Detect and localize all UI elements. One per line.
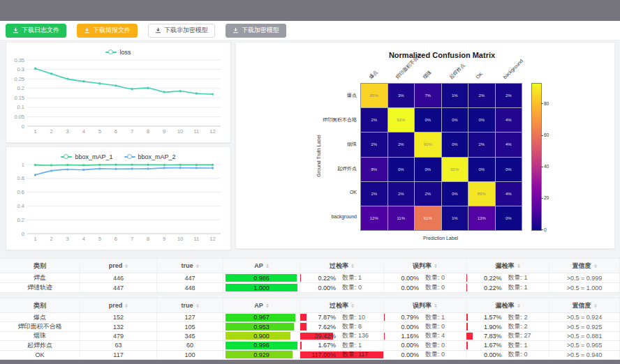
column-header-误判率[interactable]: 误判率 — [384, 298, 466, 312]
miss-rate-cell: 0.22%数量: 1 — [466, 283, 549, 292]
download-encrypted-model-button[interactable]: 下载加密模型 — [226, 24, 286, 38]
colorbar-tick-mark — [541, 135, 543, 136]
pred-cell: 132 — [80, 322, 157, 331]
misjudge-rate-cell: 0.00%数量: 0 — [384, 341, 466, 349]
matrix-cell: 1% — [442, 84, 468, 107]
legend-item-loss[interactable]: loss — [105, 49, 131, 56]
matrix-column-label: 爆点 — [368, 69, 379, 80]
svg-text:2: 2 — [50, 128, 53, 135]
matrix-cell: 12% — [361, 206, 388, 230]
matrix-cell: 85% — [361, 84, 388, 107]
svg-text:4: 4 — [82, 128, 85, 135]
miss-rate-cell: 1.90%数量: 2 — [466, 322, 549, 331]
legend-item-bbox_mAP_1[interactable]: bbox_mAP_1 — [61, 153, 112, 160]
ap-bar: 1.000 — [226, 284, 297, 291]
matrix-cell: 2% — [468, 132, 495, 156]
matrix-cell: 0% — [442, 182, 468, 206]
svg-text:3: 3 — [66, 236, 69, 242]
confidence-cell: >0.5 = 1.000 — [549, 283, 620, 292]
sort-icon[interactable] — [196, 303, 199, 309]
matrix-cell: 0% — [496, 206, 522, 230]
column-header-置信度[interactable]: 置信度 — [549, 298, 620, 312]
sort-icon[interactable] — [594, 263, 597, 269]
ap-cell: 0.967 — [223, 313, 300, 321]
ap-cell: 0.929 — [223, 351, 300, 359]
matrix-column-label: 起焊炸点 — [448, 63, 466, 80]
true-cell: 105 — [157, 322, 223, 331]
svg-text:9: 9 — [163, 236, 165, 242]
column-header-过检率[interactable]: 过检率 — [300, 259, 384, 273]
download-log-button[interactable]: 下载日志文件 — [6, 24, 66, 38]
svg-text:3: 3 — [66, 128, 69, 135]
sort-icon[interactable] — [196, 263, 199, 269]
matrix-column-label: OK — [475, 71, 485, 80]
column-header-pred[interactable]: pred — [80, 298, 157, 312]
column-header-过检率[interactable]: 过检率 — [300, 298, 384, 312]
svg-text:1: 1 — [34, 128, 36, 135]
svg-text:8: 8 — [147, 236, 149, 242]
sort-icon[interactable] — [125, 303, 128, 309]
metrics-tables: 类别predtrueAP过检率误判率漏检率置信度焊盘4464470.9860.2… — [0, 254, 620, 360]
matrix-cell: 0% — [442, 108, 468, 132]
matrix-cell: 2% — [415, 182, 441, 206]
column-header-AP[interactable]: AP — [223, 259, 300, 273]
column-header-置信度[interactable]: 置信度 — [549, 259, 620, 273]
overdetect-rate-cell: 0.22%数量: 1 — [300, 273, 384, 282]
pred-cell: 152 — [80, 313, 157, 321]
sort-icon[interactable] — [517, 263, 520, 269]
confusion-matrix-panel: Normalized Confusion Matrix 爆点焊印面积不合格烟珠起… — [235, 42, 615, 249]
column-header-true[interactable]: true — [157, 298, 223, 312]
sort-icon[interactable] — [266, 303, 269, 309]
column-header-AP[interactable]: AP — [223, 298, 300, 312]
sort-icon[interactable] — [434, 263, 437, 269]
column-header-pred[interactable]: pred — [80, 259, 157, 273]
confidence-cell: >0.5 = 0.999 — [549, 273, 620, 282]
column-header-误判率[interactable]: 误判率 — [384, 259, 466, 273]
svg-text:11: 11 — [193, 236, 199, 242]
colorbar-tick-mark — [541, 229, 543, 230]
download-unencrypted-model-button[interactable]: 下载非加密模型 — [148, 24, 215, 38]
pred-cell: 63 — [80, 341, 157, 349]
matrix-cell: 1% — [442, 206, 468, 230]
column-header-true[interactable]: true — [157, 259, 223, 273]
svg-text:0.6: 0.6 — [17, 189, 24, 195]
ap-bar: 0.986 — [226, 274, 297, 282]
misjudge-rate-cell: 0.00%数量: 0 — [384, 283, 466, 292]
svg-text:4: 4 — [82, 236, 85, 242]
sort-icon[interactable] — [351, 303, 354, 309]
pred-cell: 446 — [80, 273, 157, 282]
sort-icon[interactable] — [266, 263, 269, 269]
misjudge-rate-cell: 1.16%数量: 4 — [384, 332, 466, 340]
matrix-cell: 89% — [468, 182, 495, 206]
legend-item-bbox_mAP_2[interactable]: bbox_mAP_2 — [124, 153, 176, 160]
confusion-matrix-xlabel: Prediction Label — [360, 236, 521, 241]
sort-icon[interactable] — [351, 263, 354, 269]
matrix-cell: 0% — [442, 132, 468, 156]
confusion-matrix-grid: 85%3%7%1%2%2%2%93%0%0%0%4%2%2%90%0%2%4%8… — [360, 83, 522, 231]
matrix-cell: 7% — [415, 84, 441, 107]
confidence-cell: >0.5 = 0.881 — [549, 332, 620, 340]
overdetect-rate-cell: 39.42%数量: 136 — [300, 332, 384, 340]
overdetect-rate-cell: 1.67%数量: 1 — [300, 341, 384, 349]
sort-icon[interactable] — [125, 263, 128, 269]
sort-icon[interactable] — [594, 303, 597, 309]
charts-area: loss 00.050.10.150.20.250.30.35123456789… — [0, 40, 620, 254]
matrix-cell: 2% — [468, 84, 495, 107]
confusion-matrix-ylabel: Ground Truth Label — [316, 128, 321, 184]
colorbar-tick-label: 60 — [544, 132, 549, 137]
svg-text:0.35: 0.35 — [14, 57, 24, 63]
rate-bar — [300, 342, 302, 349]
class-name-cell: 爆点 — [0, 313, 80, 321]
column-header-漏检率[interactable]: 漏检率 — [466, 298, 549, 312]
colorbar-tick-mark — [541, 198, 543, 199]
ap-cell: 0.900 — [223, 332, 300, 340]
matrix-cell: 2% — [361, 182, 388, 206]
overdetect-rate-cell: 0.00%数量: 0 — [300, 283, 384, 292]
download-report-button[interactable]: 下载简报文件 — [77, 24, 138, 38]
sort-icon[interactable] — [434, 303, 437, 309]
svg-text:9: 9 — [163, 128, 165, 135]
map-chart-panel: bbox_mAP_1bbox_mAP_2 00.20.40.60.8112345… — [6, 146, 231, 250]
column-header-漏检率[interactable]: 漏检率 — [466, 259, 549, 273]
sort-icon[interactable] — [517, 303, 520, 309]
matrix-cell: 13% — [468, 206, 495, 230]
